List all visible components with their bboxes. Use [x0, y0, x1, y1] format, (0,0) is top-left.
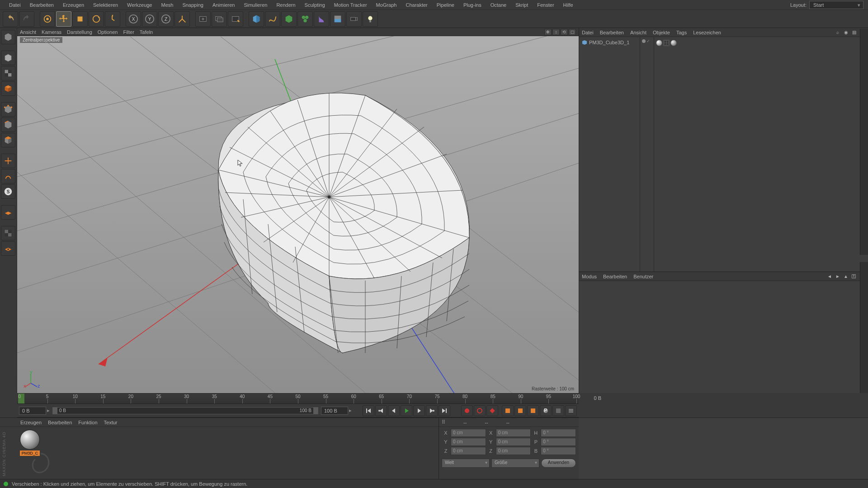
step-back-button[interactable] — [388, 405, 400, 416]
menu-plugins[interactable]: Plug-ins — [459, 1, 486, 9]
snap-tool[interactable]: S — [1, 184, 15, 199]
make-editable-tool[interactable] — [1, 30, 15, 44]
texture-tag-icon[interactable] — [670, 40, 677, 46]
rot-key-button[interactable] — [527, 405, 539, 416]
om-filter-icon[interactable]: ▤ — [851, 29, 857, 36]
pla-key-button[interactable] — [552, 405, 564, 416]
last-tool[interactable] — [105, 11, 120, 27]
workplane-tool[interactable] — [1, 205, 15, 220]
menu-snapping[interactable]: Snapping — [178, 1, 208, 9]
om-menu-ansicht[interactable]: Ansicht — [630, 30, 646, 35]
vp-menu-darstellung[interactable]: Darstellung — [67, 29, 92, 35]
vp-menu-filter[interactable]: Filter — [123, 29, 134, 35]
am-menu-bearbeiten[interactable]: Bearbeiten — [603, 274, 627, 279]
rot-p-field[interactable]: 0 ° — [541, 438, 576, 446]
add-spline-button[interactable] — [265, 11, 280, 27]
pos-x-field[interactable]: 0 cm — [451, 429, 486, 437]
coord-grip-icon[interactable]: ⠿ — [442, 419, 445, 425]
param-key-button[interactable]: P — [540, 405, 552, 416]
add-light-button[interactable] — [363, 11, 378, 27]
am-menu-benutzer[interactable]: Benutzer — [633, 274, 653, 279]
menu-pipeline[interactable]: Pipeline — [432, 1, 459, 9]
add-deformer-button[interactable] — [314, 11, 329, 27]
menu-erzeugen[interactable]: Erzeugen — [58, 1, 89, 9]
object-row[interactable]: PM3D_Cube3D_1 — [581, 39, 638, 46]
object-tree[interactable]: PM3D_Cube3D_1 — [579, 37, 640, 272]
goto-prev-key-button[interactable] — [375, 405, 387, 416]
visibility-toggle-icon[interactable]: ✓ — [646, 39, 650, 43]
polygon-mode-tool[interactable] — [1, 133, 15, 147]
om-menu-bearbeiten[interactable]: Bearbeiten — [600, 30, 624, 35]
undo-button[interactable] — [3, 11, 18, 27]
om-search-icon[interactable]: ⌕ — [835, 29, 841, 36]
right-vertical-tabs-lower[interactable] — [860, 262, 868, 393]
add-generator-button[interactable] — [297, 11, 313, 27]
vp-menu-tafeln[interactable]: Tafeln — [140, 29, 153, 35]
enable-axis-tool[interactable] — [1, 154, 15, 168]
om-menu-objekte[interactable]: Objekte — [653, 30, 670, 35]
add-cube-button[interactable] — [249, 11, 264, 27]
options-key-button[interactable] — [565, 405, 577, 416]
vp-maximize-icon[interactable]: ▢ — [569, 29, 576, 35]
menu-sculpting[interactable]: Sculpting — [300, 1, 330, 9]
range-handle-left[interactable] — [53, 408, 57, 414]
scale-tool[interactable] — [72, 11, 88, 27]
am-menu-modus[interactable]: Modus — [582, 274, 597, 279]
om-view-icon[interactable]: ◉ — [843, 29, 849, 36]
menu-skript[interactable]: Skript — [511, 1, 533, 9]
pos-z-field[interactable]: 0 cm — [451, 447, 486, 455]
vp-pan-icon[interactable]: ✥ — [544, 29, 552, 35]
menu-mesh[interactable]: Mesh — [156, 1, 178, 9]
point-mode-tool[interactable] — [1, 102, 15, 117]
redo-button[interactable] — [19, 11, 34, 27]
pos-y-field[interactable]: 0 cm — [451, 438, 486, 446]
am-fwd-icon[interactable]: ► — [835, 273, 841, 280]
viewport-solo-tool[interactable] — [1, 169, 15, 183]
autokey-button[interactable] — [474, 405, 486, 416]
layout-select[interactable]: Start — [809, 1, 863, 9]
menu-fenster[interactable]: Fenster — [533, 1, 558, 9]
move-tool[interactable] — [56, 11, 71, 27]
vp-orbit-icon[interactable]: ⟲ — [561, 29, 568, 35]
right-vertical-tabs-upper[interactable] — [860, 29, 868, 255]
menu-simulieren[interactable]: Simulieren — [239, 1, 272, 9]
vp-menu-kameras[interactable]: Kameras — [42, 29, 61, 35]
mm-menu-bearbeiten[interactable]: Bearbeiten — [48, 420, 72, 425]
menu-bearbeiten[interactable]: Bearbeiten — [25, 1, 58, 9]
goto-start-button[interactable] — [363, 405, 374, 416]
goto-end-button[interactable] — [439, 405, 450, 416]
am-lock-icon[interactable]: ⚿ — [851, 273, 857, 280]
size-y-field[interactable]: 0 cm — [496, 438, 531, 446]
menu-selektieren[interactable]: Selektieren — [89, 1, 123, 9]
range-handle-right[interactable] — [313, 408, 318, 414]
range-slider[interactable]: 0 B 100 B — [52, 407, 318, 414]
play-button[interactable] — [401, 405, 412, 416]
end-frame-field[interactable]: 100 B — [321, 407, 348, 415]
coord-apply-button[interactable]: Anwenden — [541, 459, 576, 468]
live-select-tool[interactable] — [40, 11, 55, 27]
x-axis-lock[interactable]: X — [126, 11, 141, 27]
menu-motiontracker[interactable]: Motion Tracker — [330, 1, 372, 9]
menu-werkzeuge[interactable]: Werkzeuge — [123, 1, 156, 9]
menu-rendern[interactable]: Rendern — [272, 1, 300, 9]
mm-menu-textur[interactable]: Textur — [104, 420, 118, 425]
planar-workplane-tool[interactable] — [1, 241, 15, 256]
rotate-tool[interactable] — [89, 11, 104, 27]
rot-b-field[interactable]: 0 ° — [541, 447, 576, 455]
am-up-icon[interactable]: ▲ — [843, 273, 849, 280]
add-environment-button[interactable] — [330, 11, 345, 27]
add-nurbs-button[interactable] — [281, 11, 297, 27]
vp-menu-ansicht[interactable]: Ansicht — [20, 29, 36, 35]
scale-key-button[interactable] — [514, 405, 526, 416]
menu-charakter[interactable]: Charakter — [401, 1, 432, 9]
menu-hilfe[interactable]: Hilfe — [559, 1, 578, 9]
size-x-field[interactable]: 0 cm — [496, 429, 531, 437]
mm-menu-funktion[interactable]: Funktion — [78, 420, 97, 425]
om-menu-tags[interactable]: Tags — [676, 30, 687, 35]
object-mode-tool[interactable] — [1, 81, 15, 96]
rot-h-field[interactable]: 0 ° — [541, 429, 576, 437]
coord-space-select[interactable]: Welt — [442, 459, 490, 468]
frame-spinner-icon[interactable]: ▸ — [47, 408, 50, 413]
coord-size-mode-select[interactable]: Größe — [491, 459, 539, 468]
render-picture-button[interactable] — [212, 11, 227, 27]
